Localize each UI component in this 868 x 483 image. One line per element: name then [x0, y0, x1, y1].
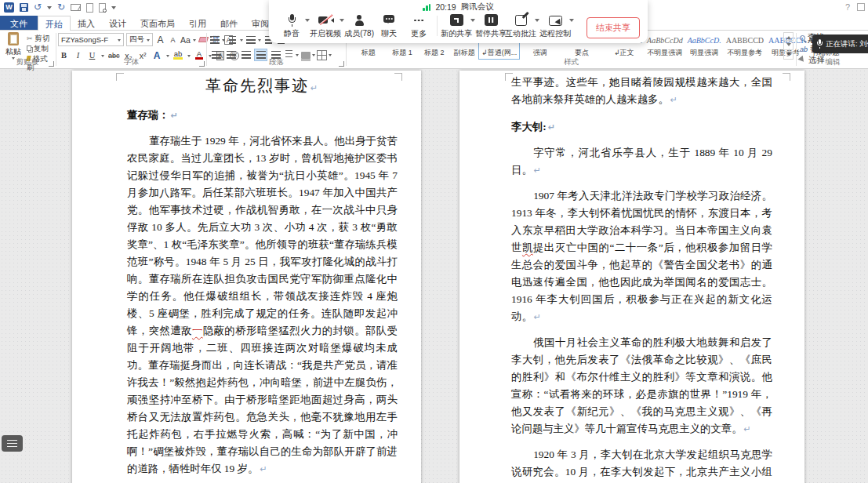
tab-mailings[interactable]: 邮件	[213, 16, 245, 30]
remote-control-button[interactable]: 远程控制	[543, 13, 568, 39]
new-share-dropdown-icon[interactable]	[470, 19, 475, 24]
annotation-toolbar-button[interactable]	[2, 435, 23, 452]
help-icon[interactable]: ?	[845, 2, 850, 12]
end-share-button[interactable]: 结束共享	[587, 17, 640, 38]
margin-crop-mark	[116, 73, 124, 81]
editing-group-label: 编辑	[797, 57, 868, 67]
ribbon-options-icon[interactable]	[857, 3, 865, 11]
document-page-1[interactable]: 革命先烈事迹↵ 董存瑞：↵ 董存瑞生于 1929 年，河北省怀来县人。他出身于贫…	[72, 71, 421, 483]
member-icon	[353, 14, 365, 27]
replace-icon: ab	[800, 45, 808, 53]
font-group: FZYaSongS-F 四号 A A Aa 拼 A B I U abc x₂ x…	[57, 31, 205, 68]
meeting-status-bar: 20:19 腾讯会议	[269, 2, 648, 13]
signal-icon	[423, 4, 430, 11]
paragraph-lidazhao-revolution: 俄国十月社会主义革命的胜利极大地鼓舞和启发了李大钊，他先后发表了《法俄革命之比较…	[511, 334, 772, 438]
speaking-mic-icon	[816, 39, 823, 49]
bullets-button[interactable]	[209, 34, 220, 45]
save-button[interactable]	[20, 2, 28, 13]
clipboard-dialog-launcher[interactable]	[49, 61, 54, 67]
pause-share-button[interactable]: 暂停共享	[478, 13, 503, 39]
new-document-button[interactable]	[86, 2, 93, 13]
paragraph-lidazhao-birth: 字守常，河北省乐亭县人，生于 1889 年 10 月 29 日。↵	[511, 144, 772, 180]
style-item[interactable]: AABBCCD不明显参考	[724, 32, 766, 60]
margin-crop-mark	[783, 73, 790, 81]
cut-button[interactable]: ✂ 剪切	[27, 34, 55, 43]
copy-button[interactable]: 复制	[27, 44, 55, 53]
copy-icon	[27, 45, 31, 51]
heading-lidazhao: 李大钊:↵	[511, 118, 772, 136]
quick-access-toolbar: W ↺ ↻	[4, 2, 116, 13]
paragraph-lidazhao-1920: 1920 年 3 月，李大钊在北京大学发起组织马克思学说研究会。10 月，在李大…	[511, 446, 772, 483]
annotate-pen-icon	[515, 15, 527, 26]
email-button[interactable]	[71, 2, 81, 13]
toolbar-divider	[437, 16, 438, 36]
mute-button[interactable]: 静音	[280, 13, 303, 39]
paragraph-cemetery-continued: 生平事迹。这些年，她目睹着陵园规模越来越大，全国各地前来祭拜英雄的人越来越多。↵	[511, 74, 772, 109]
meeting-toolbar: 20:19 腾讯会议 静音 开启视频 成员(78) 聊天 更多 新的共享 暂停共…	[269, 0, 648, 43]
new-share-button[interactable]: 新的共享	[444, 13, 469, 39]
start-video-button[interactable]: 开启视频	[313, 13, 338, 39]
numbering-button[interactable]	[227, 34, 238, 45]
tab-insert[interactable]: 插入	[71, 16, 102, 30]
tab-design[interactable]: 设计	[102, 16, 133, 30]
shrink-font-button[interactable]: A	[168, 34, 178, 45]
paragraph-mark: ↵	[548, 122, 555, 133]
print-preview-button[interactable]	[99, 2, 106, 13]
members-button[interactable]: 成员(78)	[347, 13, 371, 39]
paragraph-dialog-launcher[interactable]	[339, 61, 344, 67]
meeting-time: 20:19	[435, 2, 456, 12]
font-dialog-launcher[interactable]	[199, 61, 205, 67]
more-dots-icon	[412, 14, 425, 27]
font-group-label: 字体	[57, 57, 205, 67]
chat-icon	[383, 14, 395, 27]
remote-control-dropdown-icon[interactable]	[569, 19, 574, 24]
more-button[interactable]: 更多	[407, 13, 430, 39]
document-area: 革命先烈事迹↵ 董存瑞：↵ 董存瑞生于 1929 年，河北省怀来县人。他出身于贫…	[0, 69, 868, 483]
microphone-icon	[285, 14, 298, 27]
paragraph-group-label: 段落	[208, 57, 345, 67]
grow-font-button[interactable]: A	[155, 34, 165, 45]
paragraph-mark: ↵	[260, 464, 267, 474]
mute-dropdown-icon[interactable]	[305, 19, 310, 24]
styles-scroll-down-icon[interactable]	[783, 42, 794, 50]
document-page-2[interactable]: 生平事迹。这些年，她目睹着陵园规模越来越大，全国各地前来祭拜英雄的人越来越多。↵…	[459, 71, 804, 483]
margin-crop-mark	[394, 73, 402, 81]
meeting-app-name: 腾讯会议	[461, 2, 494, 13]
style-item[interactable]: AaBbCcDd不明显强调	[645, 32, 685, 60]
font-name-select[interactable]: FZYaSongS-F	[58, 33, 124, 46]
chat-button[interactable]: 聊天	[377, 13, 401, 39]
font-size-select[interactable]: 四号	[126, 33, 153, 46]
tab-home[interactable]: 开始	[38, 16, 71, 31]
video-dropdown-icon[interactable]	[340, 19, 344, 24]
tab-page-layout[interactable]: 页面布局	[133, 16, 182, 30]
list-lines-icon	[7, 440, 17, 448]
tab-references[interactable]: 引用	[182, 16, 213, 30]
redo-button[interactable]: ↻	[57, 2, 65, 13]
styles-scroll-up-icon[interactable]	[783, 32, 794, 41]
spellcheck-red-text: 一	[192, 325, 203, 336]
style-item[interactable]: AaBbCcD.明显强调	[685, 32, 724, 60]
annotation-button[interactable]: 互动批注	[508, 13, 533, 39]
paste-icon	[8, 32, 19, 45]
tab-file[interactable]: 文件	[0, 16, 38, 30]
remote-control-icon	[549, 16, 562, 26]
undo-button[interactable]: ↺	[34, 2, 42, 13]
new-share-icon	[450, 14, 463, 26]
clipboard-group: 粘贴 ✂ 剪切 复制 格式刷 剪贴板	[0, 31, 55, 68]
pause-share-icon	[485, 14, 498, 26]
change-case-button[interactable]: Aa	[180, 34, 191, 45]
annotation-dropdown-icon[interactable]	[535, 19, 539, 24]
cut-icon: ✂	[27, 34, 33, 42]
word-logo-icon: W	[4, 2, 14, 13]
undo-dropdown-icon[interactable]	[47, 6, 52, 12]
margin-crop-mark	[505, 73, 513, 81]
multilevel-list-button[interactable]	[245, 34, 256, 45]
clipboard-group-label: 剪贴板	[0, 57, 55, 67]
paragraph-mark: ↵	[744, 424, 751, 434]
paragraph-mark: ↵	[534, 312, 541, 322]
paragraph-mark: ↵	[670, 95, 677, 105]
spellcheck-underlined-text: 凯	[522, 242, 533, 253]
paragraph-lidazhao-study: 1907 年考入天津北洋法政专门学校学习政治经济。1913 年冬，李大钊怀着忧国…	[511, 187, 772, 326]
paragraph-mark: ↵	[311, 83, 319, 93]
customize-toolbar-icon[interactable]	[111, 6, 116, 12]
